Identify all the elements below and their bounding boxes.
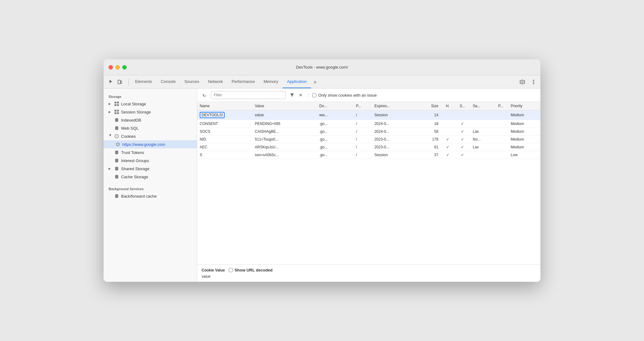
sidebar-item-back-forward-cache[interactable]: ▶ Back/forward cache — [104, 192, 197, 200]
minimize-button[interactable] — [115, 65, 120, 70]
refresh-button[interactable] — [201, 91, 208, 99]
svg-rect-12 — [117, 112, 119, 114]
col-p-header[interactable]: P... — [493, 102, 508, 110]
col-s-header[interactable]: S... — [455, 102, 470, 110]
cookie-priority-cell: Medium — [508, 128, 540, 136]
col-h-header[interactable]: H. — [441, 102, 455, 110]
fullscreen-button[interactable] — [122, 65, 127, 70]
cookie-domain-cell: .go... — [317, 143, 354, 151]
cookie-value-cell: CAISHAgBE... — [252, 128, 317, 136]
cookie-path-cell: / — [354, 120, 372, 128]
col-size-header[interactable]: Size — [418, 102, 441, 110]
sidebar-item-local-storage[interactable]: ▶ Local Storage — [104, 100, 197, 108]
close-button[interactable] — [109, 65, 113, 70]
cookie-size-cell: 58 — [418, 128, 441, 136]
db-icon — [114, 166, 119, 171]
sidebar-item-indexeddb[interactable]: ▶ IndexedDB — [104, 116, 197, 124]
toolbar-divider — [129, 78, 129, 86]
issue-filter-checkbox-label[interactable]: Only show cookies with an issue — [312, 93, 377, 98]
db-icon — [114, 150, 119, 155]
sidebar-item-session-storage[interactable]: ▶ Session Storage — [104, 108, 197, 116]
cookie-domain-cell: ww... — [317, 110, 354, 120]
issue-filter-checkbox[interactable] — [312, 93, 316, 97]
shared-storage-label: Shared Storage — [121, 166, 149, 171]
trust-tokens-label: Trust Tokens — [121, 150, 144, 155]
col-path-header[interactable]: P... — [354, 102, 372, 110]
cookie-name-cell: CONSENT — [197, 120, 252, 128]
cookie-domain-cell: .go... — [317, 136, 354, 143]
sidebar-item-web-sql[interactable]: ▶ Web SQL — [104, 124, 197, 132]
svg-rect-6 — [117, 102, 119, 103]
more-options-icon[interactable] — [529, 78, 538, 86]
tab-memory[interactable]: Memory — [259, 75, 283, 88]
cookie-priority-cell: Medium — [508, 120, 540, 128]
indexeddb-label: IndexedDB — [121, 118, 141, 122]
col-domain-header[interactable]: Do... — [317, 102, 354, 110]
cookies-table: Name Value Do... P... Expires... Size H.… — [197, 102, 540, 159]
storage-section-label: Storage — [104, 92, 197, 100]
toolbar-right — [518, 78, 538, 86]
table-row[interactable]: CONSENT PENDING+095 .go... / 2024-0... 1… — [197, 120, 540, 128]
cookie-sa-cell — [470, 151, 493, 159]
tab-network[interactable]: Network — [204, 75, 227, 88]
col-expires-header[interactable]: Expires... — [372, 102, 418, 110]
cookie-value-cell: value — [252, 110, 317, 120]
cookie-path-cell: / — [354, 151, 372, 159]
svg-point-18 — [116, 137, 117, 137]
table-row[interactable]: DEVTOOLS! value ww... / Session 14 Mediu… — [197, 110, 540, 120]
cookie-s-cell: ✓ — [455, 143, 470, 151]
filter-settings-icon[interactable] — [288, 91, 296, 99]
table-row[interactable]: NID 511=Tsugv0... .go... / 2023-0... 178… — [197, 136, 540, 143]
cookie-size-cell: 18 — [418, 120, 441, 128]
table-header-row: Name Value Do... P... Expires... Size H.… — [197, 102, 540, 110]
tab-more-button[interactable]: » — [311, 75, 319, 88]
google-cookies-label: https://www.google.com — [122, 142, 165, 147]
device-icon[interactable] — [115, 78, 124, 86]
db-icon — [114, 158, 119, 163]
cookie-rows: DEVTOOLS! value ww... / Session 14 Mediu… — [197, 110, 540, 159]
table-row[interactable]: SOCS CAISHAgBE... .go... / 2024-0... 58 … — [197, 128, 540, 136]
settings-icon[interactable] — [518, 78, 527, 86]
col-priority-header[interactable]: Priority — [508, 102, 540, 110]
cookie-priority-cell: Medium — [508, 143, 540, 151]
cookie-expires-cell: 2023-0... — [372, 136, 418, 143]
sidebar-item-trust-tokens[interactable]: ▶ Trust Tokens — [104, 148, 197, 156]
sidebar-item-google-cookies[interactable]: https://www.google.com — [104, 140, 197, 148]
svg-rect-11 — [115, 112, 116, 114]
svg-point-19 — [117, 137, 118, 137]
cookies-label: Cookies — [121, 134, 136, 139]
window-title: DevTools - www.google.com/ — [296, 65, 348, 70]
web-sql-label: Web SQL — [121, 126, 139, 131]
tab-performance[interactable]: Performance — [227, 75, 259, 88]
tab-elements[interactable]: Elements — [131, 75, 156, 88]
sidebar-item-cache-storage[interactable]: ▶ Cache Storage — [104, 173, 197, 181]
svg-rect-5 — [115, 102, 116, 103]
devtools-window: DevTools - www.google.com/ Elements — [104, 59, 540, 282]
session-storage-label: Session Storage — [121, 110, 151, 114]
tab-application[interactable]: Application — [283, 75, 311, 88]
table-row[interactable]: S sso=sA0bSc... .go... / Session 37 ✓ ✓ … — [197, 151, 540, 159]
sidebar-item-cookies[interactable]: ▶ Cookies — [104, 132, 197, 140]
svg-point-15 — [115, 134, 119, 138]
cookie-sa-cell — [470, 110, 493, 120]
sidebar-item-interest-groups[interactable]: ▶ Interest Groups — [104, 156, 197, 165]
filter-input[interactable] — [211, 91, 286, 99]
grid-icon — [114, 101, 119, 106]
sidebar-item-shared-storage[interactable]: ▶ Shared Storage — [104, 165, 197, 173]
svg-point-2 — [533, 79, 534, 81]
col-value-header[interactable]: Value — [252, 102, 317, 110]
tab-sources[interactable]: Sources — [180, 75, 204, 88]
show-decoded-label[interactable]: Show URL decoded — [229, 268, 273, 272]
cookie-p-cell — [493, 143, 508, 151]
show-decoded-checkbox[interactable] — [229, 268, 233, 272]
cookie-s-cell: ✓ — [455, 120, 470, 128]
col-sa-header[interactable]: Sa... — [470, 102, 493, 110]
cursor-icon[interactable] — [106, 78, 115, 86]
col-name-header[interactable]: Name — [197, 102, 252, 110]
tab-console[interactable]: Console — [156, 75, 180, 88]
cookie-expires-cell: Session — [372, 110, 418, 120]
cookie-value-cell: 511=Tsugv0... — [252, 136, 317, 143]
clear-filter-icon[interactable]: ✕ — [297, 91, 305, 99]
cookie-path-cell: / — [354, 128, 372, 136]
table-row[interactable]: AEC ARSKqsJsU... .go... / 2023-0... 61 ✓… — [197, 143, 540, 151]
